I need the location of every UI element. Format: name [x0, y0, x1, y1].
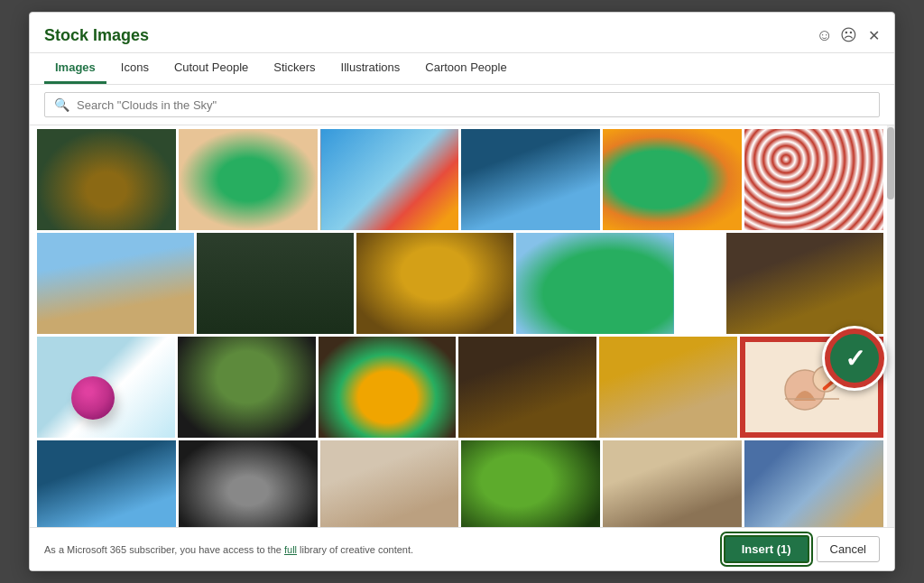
image-item[interactable]	[37, 440, 176, 527]
insert-button[interactable]: Insert (1)	[724, 535, 809, 563]
footer-info-suffix: library of creative content.	[297, 544, 413, 555]
image-item[interactable]	[197, 233, 354, 334]
image-item[interactable]	[37, 233, 194, 334]
image-item[interactable]	[744, 129, 883, 230]
tab-bar: Images Icons Cutout People Stickers Illu…	[30, 53, 894, 85]
image-item[interactable]	[516, 233, 673, 334]
footer-info-link[interactable]: full	[284, 544, 297, 555]
image-item[interactable]	[320, 129, 459, 230]
image-item[interactable]	[319, 337, 457, 438]
big-checkmark-icon: ✓	[830, 334, 879, 383]
image-item[interactable]	[356, 233, 513, 334]
dialog-footer: As a Microsoft 365 subscriber, you have …	[30, 527, 894, 570]
image-row-1	[37, 129, 883, 230]
image-item[interactable]	[677, 233, 724, 334]
image-item[interactable]	[603, 440, 742, 527]
dialog-title: Stock Images	[44, 26, 149, 45]
cancel-button[interactable]: Cancel	[817, 536, 880, 562]
tab-stickers[interactable]: Stickers	[263, 53, 326, 84]
search-bar: 🔍	[30, 85, 894, 125]
big-checkmark-overlay: ✓	[822, 326, 887, 391]
footer-info-prefix: As a Microsoft 365 subscriber, you have …	[44, 544, 284, 555]
image-row-2	[37, 233, 883, 334]
dialog-header: Stock Images ☺ ☹ ✕	[30, 13, 894, 53]
image-item[interactable]	[320, 440, 459, 527]
image-item[interactable]	[179, 129, 318, 230]
image-item[interactable]	[458, 337, 596, 438]
tab-icons[interactable]: Icons	[110, 53, 160, 84]
tab-cutout-people[interactable]: Cutout People	[163, 53, 259, 84]
sad-icon[interactable]: ☹	[840, 25, 857, 45]
image-item[interactable]	[461, 440, 600, 527]
scrollbar-thumb[interactable]	[887, 127, 894, 199]
tab-cartoon-people[interactable]: Cartoon People	[414, 53, 517, 84]
search-icon: 🔍	[54, 97, 69, 112]
image-row-3: ✓	[37, 337, 883, 438]
search-input-wrap: 🔍	[44, 92, 880, 117]
header-icons: ☺ ☹ ✕	[817, 25, 880, 45]
close-button[interactable]: ✕	[868, 27, 880, 44]
image-item[interactable]	[179, 440, 318, 527]
tab-illustrations[interactable]: Illustrations	[330, 53, 411, 84]
image-item[interactable]	[726, 233, 883, 334]
image-row-4	[37, 440, 883, 527]
image-item[interactable]	[178, 337, 316, 438]
image-item[interactable]	[37, 337, 175, 438]
happy-icon[interactable]: ☺	[817, 26, 833, 45]
image-item[interactable]	[37, 129, 176, 230]
image-item[interactable]	[461, 129, 600, 230]
image-grid: ✓	[30, 125, 887, 527]
search-input[interactable]	[77, 98, 870, 112]
footer-info: As a Microsoft 365 subscriber, you have …	[44, 544, 413, 555]
footer-buttons: Insert (1) Cancel	[724, 535, 880, 563]
scrollbar[interactable]	[887, 125, 894, 527]
tab-images[interactable]: Images	[44, 53, 106, 84]
content-area: ✓	[30, 125, 894, 527]
image-item[interactable]	[599, 337, 737, 438]
stock-images-dialog: Stock Images ☺ ☹ ✕ Images Icons Cutout P…	[29, 12, 895, 571]
image-item[interactable]	[603, 129, 742, 230]
image-item[interactable]	[744, 440, 883, 527]
